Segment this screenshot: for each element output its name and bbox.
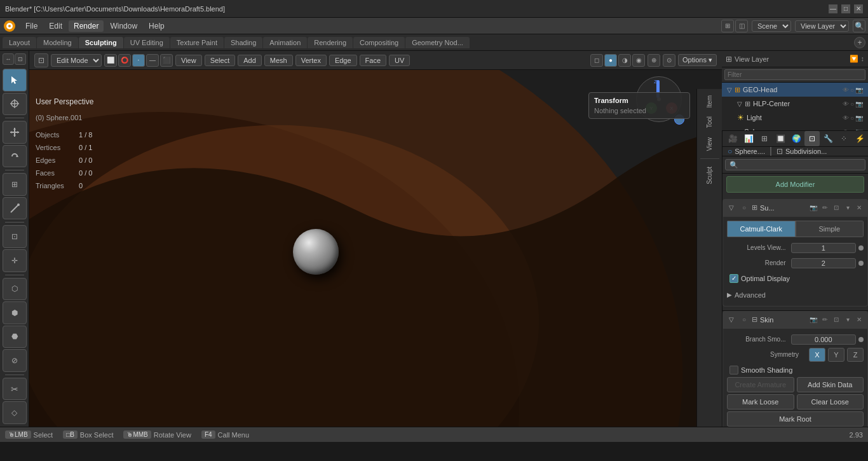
tab-rendering[interactable]: Rendering [308, 37, 353, 48]
menu-edit[interactable]: Edit [44, 20, 67, 32]
outliner-item-geo-head[interactable]: ▽ ⊞ GEO-Head 👁 ○ 📷 [722, 83, 868, 97]
tab-modeling[interactable]: Modeling [37, 37, 78, 48]
scene-select[interactable]: Scene [752, 20, 791, 32]
eye-icon-geo[interactable]: 👁 [843, 86, 849, 93]
view-button[interactable]: View [175, 55, 202, 66]
sync-icon[interactable]: ↕ [861, 55, 865, 63]
close-button[interactable]: ✕ [854, 4, 863, 13]
tool-3d-cursor[interactable]: ✛ [3, 249, 27, 272]
outliner-item-hlp-center[interactable]: ▽ ⊞ HLP-Center 👁 ○ 📷 [732, 97, 868, 111]
filter-icon[interactable]: 🔽 [850, 55, 858, 63]
tool-annotate[interactable] [3, 197, 27, 220]
proportional-icon[interactable]: ⊙ [663, 54, 675, 67]
material-preview-icon[interactable]: ◑ [618, 54, 631, 67]
display-icon[interactable]: ◫ [735, 20, 748, 32]
menu-window[interactable]: Window [105, 20, 142, 32]
tab-shading[interactable]: Shading [224, 37, 262, 48]
mark-loose-btn[interactable]: Mark Loose [727, 394, 794, 409]
view-layer-props-icon[interactable]: ⊞ [757, 131, 772, 146]
subdiv-eye-icon[interactable]: ○ [739, 203, 749, 213]
outliner-search-input[interactable] [724, 69, 865, 80]
snap-icon[interactable]: ⊕ [648, 54, 660, 67]
tool-inset[interactable]: ⬢ [3, 301, 27, 324]
tool-move[interactable] [3, 121, 27, 144]
tab-sculpting[interactable]: Sculpting [79, 37, 123, 48]
skin-edit-icon[interactable]: ✏ [820, 315, 830, 325]
edge-button[interactable]: Edge [329, 55, 357, 66]
solid-icon[interactable]: ● [604, 54, 617, 67]
restrict-icon-geo[interactable]: ○ [850, 86, 854, 93]
circle-select-icon[interactable]: ⭕ [118, 54, 131, 67]
render-icon-light[interactable]: 📷 [855, 114, 863, 121]
output-props-icon[interactable]: 📊 [741, 131, 756, 146]
tool-rotate[interactable] [3, 145, 27, 168]
restrict-icon-hlp[interactable]: ○ [850, 100, 854, 107]
select-button[interactable]: Select [205, 55, 236, 66]
tool-cursor[interactable] [3, 93, 27, 116]
tool-select[interactable] [3, 69, 27, 92]
minimize-button[interactable]: — [829, 4, 837, 13]
skin-frame-icon[interactable]: ⊡ [831, 315, 841, 325]
maximize-button[interactable]: □ [841, 4, 850, 13]
tool-knife[interactable]: ✂ [3, 378, 27, 401]
mesh-button[interactable]: Mesh [264, 55, 293, 66]
vertex-button[interactable]: Vertex [295, 55, 327, 66]
skin-expand-icon[interactable]: ▾ [843, 315, 853, 325]
view-layer-select[interactable]: View Layer [795, 20, 849, 32]
layout-icon[interactable]: ⊞ [721, 20, 734, 32]
simple-btn-1[interactable]: Simple [796, 221, 864, 237]
menu-render[interactable]: Render [69, 20, 104, 32]
face-select-icon[interactable]: ⬛ [160, 54, 173, 67]
outliner-item-sphere[interactable]: ○ Sphere 👁 ○ 📷 [732, 125, 868, 131]
props-search-input[interactable] [725, 159, 865, 170]
tool-extrude[interactable]: ⬡ [3, 278, 27, 301]
levels-view-value[interactable]: 1 [791, 243, 857, 253]
tool-transform[interactable]: ⊞ [3, 173, 27, 196]
skin-close-icon[interactable]: ✕ [854, 315, 864, 325]
add-workspace-icon[interactable]: + [854, 37, 865, 48]
edge-select-icon[interactable]: — [146, 54, 159, 67]
search-icon[interactable]: 🔍 [853, 20, 865, 32]
select-box-icon[interactable]: ⬜ [104, 54, 117, 67]
optimal-display-checkbox[interactable]: ✓ [729, 274, 738, 283]
tool-loop-cut[interactable]: ⊘ [3, 349, 27, 372]
skin-collapse-toggle[interactable]: ▽ [726, 315, 736, 325]
tab-animation[interactable]: Animation [263, 37, 307, 48]
advanced-section[interactable]: ▶ Advanced [727, 288, 864, 302]
branch-smooth-value[interactable]: 0.000 [791, 334, 857, 345]
tab-texture-paint[interactable]: Texture Paint [170, 37, 224, 48]
sym-x-btn[interactable]: X [809, 348, 825, 362]
physics-props-icon[interactable]: ⚡ [852, 131, 867, 146]
create-armature-btn[interactable]: Create Armature [727, 377, 794, 392]
viewport-canvas[interactable]: User Perspective (0) Sphere.001 Objects … [29, 70, 722, 427]
vertex-select-icon[interactable]: · [132, 54, 145, 67]
smooth-shading-checkbox[interactable] [729, 366, 738, 375]
subdiv-camera-icon[interactable]: 📷 [808, 203, 818, 213]
tool-polypen[interactable]: ◇ [3, 401, 27, 424]
render-props-icon[interactable]: 🎥 [725, 131, 740, 146]
skin-eye-icon[interactable]: ○ [739, 315, 749, 325]
add-modifier-button[interactable]: Add Modifier [726, 176, 864, 193]
add-skin-data-btn[interactable]: Add Skin Data [797, 377, 864, 392]
sym-z-btn[interactable]: Z [847, 348, 864, 362]
menu-help[interactable]: Help [144, 20, 170, 32]
wireframe-icon[interactable]: ◻ [590, 54, 603, 67]
sculpt-tab[interactable]: Sculpt [705, 163, 714, 188]
subdiv-edit-icon[interactable]: ✏ [820, 203, 830, 213]
restrict-icon-light[interactable]: ○ [850, 114, 854, 121]
tab-geometry-nodes[interactable]: Geometry Nod... [405, 37, 470, 48]
face-button[interactable]: Face [360, 55, 386, 66]
render-icon-hlp[interactable]: 📷 [855, 100, 863, 107]
scene-props-icon[interactable]: 🔲 [773, 131, 788, 146]
mode-select[interactable]: Edit Mode [51, 54, 102, 67]
object-props-icon[interactable]: ⊡ [804, 131, 820, 146]
tab-layout[interactable]: Layout [3, 37, 36, 48]
catmull-clark-btn[interactable]: Catmull-Clark [727, 221, 796, 237]
item-tab[interactable]: Item [705, 92, 714, 111]
particle-props-icon[interactable]: ⁘ [836, 131, 851, 146]
outliner-item-light[interactable]: ☀ Light 👁 ○ 📷 [732, 111, 868, 125]
world-props-icon[interactable]: 🌍 [789, 131, 804, 146]
subdiv-expand-icon[interactable]: ▾ [843, 203, 853, 213]
modifier-props-icon[interactable]: 🔧 [820, 131, 836, 146]
branch-smooth-dot[interactable] [858, 337, 864, 342]
